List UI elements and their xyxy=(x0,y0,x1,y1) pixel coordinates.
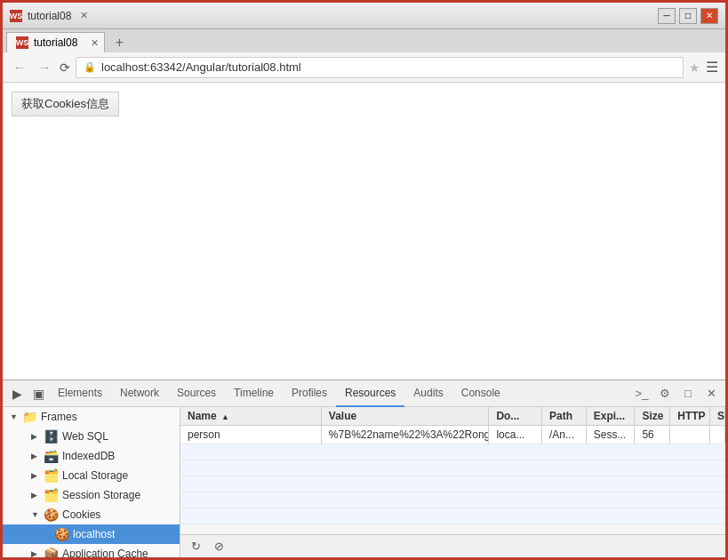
devtools-settings-icon[interactable]: ⚙ xyxy=(654,383,676,404)
cookies-arrow xyxy=(31,510,40,519)
websql-icon: 🗄️ xyxy=(44,429,59,444)
bookmark-button[interactable]: ★ xyxy=(689,60,700,75)
sidebar-item-indexeddb[interactable]: 🗃️ IndexedDB xyxy=(3,446,180,466)
cell-expires: Sess... xyxy=(587,426,636,444)
col-name: Name ▲ xyxy=(180,407,322,425)
indexeddb-arrow xyxy=(31,452,40,460)
cell-name: person xyxy=(180,426,322,444)
sidebar-item-sessionstorage[interactable]: 🗂️ Session Storage xyxy=(3,485,180,505)
devtools-body: 📁 Frames 🗄️ Web SQL 🗃️ IndexedDB xyxy=(3,407,725,557)
tab-console[interactable]: Console xyxy=(452,380,509,407)
sessionstorage-label: Session Storage xyxy=(62,489,140,501)
cell-secure xyxy=(710,426,725,444)
maximize-button[interactable]: □ xyxy=(679,8,697,24)
get-cookies-button[interactable]: 获取Cookies信息 xyxy=(12,92,119,116)
device-icon[interactable]: ▣ xyxy=(28,383,49,404)
tab-profiles[interactable]: Profiles xyxy=(283,380,336,407)
close-button[interactable]: ✕ xyxy=(700,8,718,24)
sessionstorage-icon: 🗂️ xyxy=(44,488,59,502)
localstorage-arrow xyxy=(31,471,40,480)
cookies-label: Cookies xyxy=(62,508,100,521)
ws-icon: WS xyxy=(10,10,22,22)
sort-icon: ▲ xyxy=(221,412,229,421)
appcache-label: Application Cache xyxy=(62,548,148,557)
inspect-icon[interactable]: ▶ xyxy=(6,383,28,404)
devtools-dock-icon[interactable]: □ xyxy=(677,383,699,404)
browser-window: WS tutorial08 ✕ ─ □ ✕ WS tutorial08 ✕ + … xyxy=(0,0,728,560)
indexeddb-label: IndexedDB xyxy=(62,450,115,462)
browser-tab[interactable]: WS tutorial08 ✕ xyxy=(6,32,105,52)
address-bar: ← → ⟳ 🔒 localhost:63342/Angular/tutorial… xyxy=(3,52,725,83)
devtools-sidebar: 📁 Frames 🗄️ Web SQL 🗃️ IndexedDB xyxy=(3,407,180,557)
table-row-empty-4 xyxy=(180,492,725,508)
new-tab-button[interactable]: + xyxy=(108,33,130,52)
appcache-arrow xyxy=(31,549,40,557)
devtools-main-panel: Name ▲ Value Do... Path Ex xyxy=(180,407,725,557)
back-button[interactable]: ← xyxy=(10,59,29,76)
sidebar-item-websql[interactable]: 🗄️ Web SQL xyxy=(3,427,180,446)
cell-path: /An... xyxy=(542,426,587,444)
cell-http xyxy=(670,426,710,444)
forward-button[interactable]: → xyxy=(35,59,54,76)
col-secure: Sec... xyxy=(710,407,725,425)
sidebar-item-localstorage[interactable]: 🗂️ Local Storage xyxy=(3,466,180,485)
col-path: Path xyxy=(542,407,587,425)
cell-domain: loca... xyxy=(489,426,542,444)
appcache-icon: 📦 xyxy=(44,547,59,557)
clear-button[interactable]: ⊘ xyxy=(209,537,228,556)
devtools-console-icon[interactable]: >_ xyxy=(631,383,652,404)
table-row-empty-5 xyxy=(180,508,725,524)
url-bar[interactable]: 🔒 localhost:63342/Angular/tutorial08.htm… xyxy=(76,57,684,78)
col-size: Size xyxy=(635,407,670,425)
frames-label: Frames xyxy=(41,411,77,423)
sidebar-item-cookies[interactable]: 🍪 Cookies xyxy=(3,505,180,524)
col-domain: Do... xyxy=(489,407,542,425)
table-header: Name ▲ Value Do... Path Ex xyxy=(180,407,725,426)
tab-resources[interactable]: Resources xyxy=(336,380,404,407)
menu-button[interactable]: ☰ xyxy=(706,59,718,76)
url-text: localhost:63342/Angular/tutorial08.html xyxy=(101,60,676,74)
devtools-panel: ▶ ▣ Elements Network Sources Timeline xyxy=(3,380,725,557)
localhost-label: localhost xyxy=(73,528,115,540)
sidebar-item-appcache[interactable]: 📦 Application Cache xyxy=(3,544,180,557)
cell-size: 56 xyxy=(635,426,670,444)
sidebar-item-localhost[interactable]: 🍪 localhost xyxy=(3,524,180,544)
col-http: HTTP xyxy=(670,407,710,425)
refresh-button[interactable]: ↻ xyxy=(186,537,205,556)
tab-close-button[interactable]: ✕ xyxy=(91,37,99,49)
col-value: Value xyxy=(322,407,490,425)
title-bar: WS tutorial08 ✕ ─ □ ✕ xyxy=(3,3,725,29)
localstorage-label: Local Storage xyxy=(62,469,128,482)
devtools-close-icon[interactable]: ✕ xyxy=(700,383,722,404)
tab-timeline[interactable]: Timeline xyxy=(225,380,283,407)
tab-network[interactable]: Network xyxy=(111,380,168,407)
title-text: tutorial08 xyxy=(28,10,71,22)
page-area: 获取Cookies信息 xyxy=(3,83,725,380)
table-row-empty-3 xyxy=(180,476,725,492)
tab-close-title[interactable]: ✕ xyxy=(76,10,92,21)
frames-arrow xyxy=(10,412,19,421)
tab-sources[interactable]: Sources xyxy=(168,380,225,407)
tab-label: tutorial08 xyxy=(34,36,77,49)
indexeddb-icon: 🗃️ xyxy=(44,449,59,463)
tab-strip: WS tutorial08 ✕ + xyxy=(3,29,725,52)
websql-arrow xyxy=(31,432,40,441)
minimize-button[interactable]: ─ xyxy=(658,8,676,24)
devtools-tabs: Elements Network Sources Timeline Profil… xyxy=(49,380,631,407)
localhost-icon: 🍪 xyxy=(54,527,69,541)
tab-audits[interactable]: Audits xyxy=(404,380,452,407)
websql-label: Web SQL xyxy=(62,430,108,443)
table-row-empty-2 xyxy=(180,460,725,476)
localstorage-icon: 🗂️ xyxy=(44,468,59,483)
lock-icon: 🔒 xyxy=(84,61,96,73)
browser-content: 获取Cookies信息 ▶ ▣ Elements Network Sources xyxy=(3,83,725,557)
table-row[interactable]: person %7B%22name%22%3A%22Rongb... loca.… xyxy=(180,426,725,444)
cell-value: %7B%22name%22%3A%22Rongb... xyxy=(322,426,490,444)
table-body: person %7B%22name%22%3A%22Rongb... loca.… xyxy=(180,426,725,534)
sidebar-item-frames[interactable]: 📁 Frames xyxy=(3,407,180,427)
devtools-bottom-toolbar: ↻ ⊘ xyxy=(180,534,725,557)
col-expires: Expi... xyxy=(587,407,636,425)
tab-elements[interactable]: Elements xyxy=(49,380,111,407)
table-row-empty-1 xyxy=(180,444,725,460)
reload-button[interactable]: ⟳ xyxy=(60,60,70,75)
